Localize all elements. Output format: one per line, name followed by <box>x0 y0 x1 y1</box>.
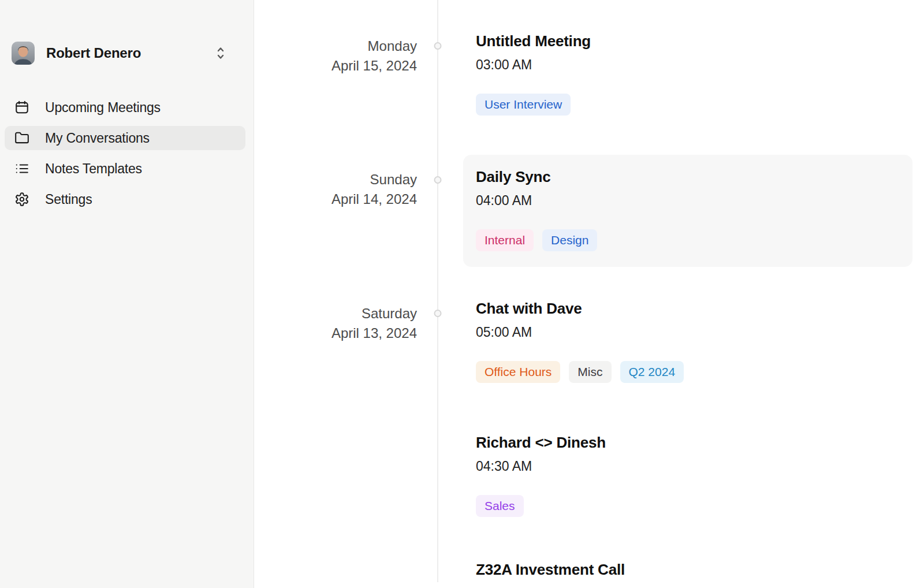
meeting-tags: Office Hours Misc Q2 2024 <box>476 361 684 383</box>
sidebar-item-label: Notes Templates <box>45 161 142 177</box>
tag-misc[interactable]: Misc <box>569 361 611 383</box>
meeting-entry[interactable]: Chat with Dave 05:00 AM Office Hours Mis… <box>463 299 684 383</box>
meeting-entry[interactable]: Richard <> Dinesh 04:30 AM Sales <box>463 433 606 517</box>
avatar <box>12 42 35 65</box>
tag-office-hours[interactable]: Office Hours <box>476 361 560 383</box>
timeline-row: Sunday April 14, 2024 Daily Sync 04:00 A… <box>254 155 924 267</box>
timeline-date-empty <box>254 433 438 438</box>
meeting-title: Richard <> Dinesh <box>476 433 606 452</box>
sidebar-item-upcoming-meetings[interactable]: Upcoming Meetings <box>5 95 245 120</box>
tag-design[interactable]: Design <box>542 229 597 251</box>
timeline-date-full: April 15, 2024 <box>254 56 417 76</box>
meeting-entry[interactable]: Untitled Meeting 03:00 AM User Interview <box>463 32 591 116</box>
timeline-date-full: April 13, 2024 <box>254 323 417 343</box>
meeting-entry[interactable]: Z32A Investment Call <box>463 560 625 579</box>
meeting-tags: User Interview <box>476 94 591 116</box>
sidebar: Robert Denero Upcoming Meetings <box>0 0 254 588</box>
meeting-time: 03:00 AM <box>476 57 591 73</box>
meeting-time: 05:00 AM <box>476 324 684 340</box>
meeting-time: 04:00 AM <box>476 192 895 209</box>
timeline-row: Richard <> Dinesh 04:30 AM Sales <box>254 433 924 517</box>
list-icon <box>14 161 29 177</box>
timeline-day: Saturday <box>254 304 417 323</box>
timeline-row: Monday April 15, 2024 Untitled Meeting 0… <box>254 32 924 116</box>
sidebar-item-my-conversations[interactable]: My Conversations <box>5 126 245 150</box>
timeline-date-full: April 14, 2024 <box>254 189 417 209</box>
calendar-icon <box>14 100 29 116</box>
sidebar-menu: Upcoming Meetings My Conversations Notes… <box>5 95 245 211</box>
tag-q2-2024[interactable]: Q2 2024 <box>620 361 684 383</box>
sidebar-item-notes-templates[interactable]: Notes Templates <box>5 157 245 181</box>
app-window: Robert Denero Upcoming Meetings <box>0 0 924 588</box>
timeline-dot <box>434 42 442 50</box>
sidebar-item-label: Upcoming Meetings <box>45 100 161 116</box>
folder-icon <box>14 131 29 146</box>
gear-icon <box>14 192 29 207</box>
timeline-dot <box>434 176 442 184</box>
sidebar-item-settings[interactable]: Settings <box>5 187 245 211</box>
meeting-tags: Internal Design <box>476 229 895 251</box>
meeting-entry-highlighted[interactable]: Daily Sync 04:00 AM Internal Design <box>463 155 912 267</box>
chevron-up-down-icon <box>216 44 225 62</box>
meeting-tags: Sales <box>476 495 606 517</box>
timeline-dot <box>434 310 442 317</box>
user-name: Robert Denero <box>46 45 216 61</box>
timeline-day: Monday <box>254 36 417 56</box>
meeting-time: 04:30 AM <box>476 458 606 474</box>
meeting-title: Daily Sync <box>476 168 895 186</box>
meeting-title: Z32A Investment Call <box>476 560 625 579</box>
timeline-row: Saturday April 13, 2024 Chat with Dave 0… <box>254 299 924 383</box>
meeting-title: Chat with Dave <box>476 299 684 318</box>
timeline-day: Sunday <box>254 170 417 189</box>
timeline-date: Saturday April 13, 2024 <box>254 299 438 343</box>
tag-internal[interactable]: Internal <box>476 229 534 251</box>
tag-sales[interactable]: Sales <box>476 495 524 517</box>
user-profile-switcher[interactable]: Robert Denero <box>12 42 242 65</box>
timeline-row: Z32A Investment Call <box>254 560 924 579</box>
timeline-date-empty <box>254 560 438 565</box>
tag-user-interview[interactable]: User Interview <box>476 94 571 116</box>
conversations-timeline: Monday April 15, 2024 Untitled Meeting 0… <box>254 0 924 588</box>
timeline-date: Monday April 15, 2024 <box>254 32 438 76</box>
sidebar-item-label: My Conversations <box>45 131 150 146</box>
sidebar-item-label: Settings <box>45 192 92 207</box>
meeting-title: Untitled Meeting <box>476 32 591 50</box>
timeline-date: Sunday April 14, 2024 <box>254 155 438 209</box>
